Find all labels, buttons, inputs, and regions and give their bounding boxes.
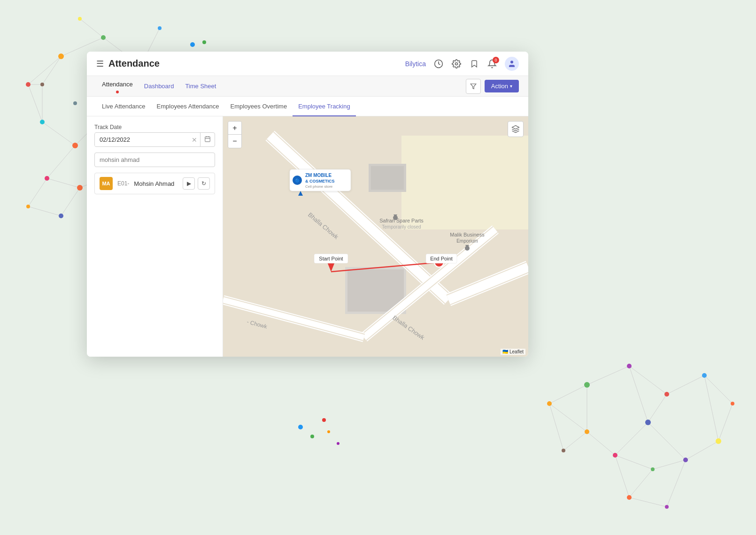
svg-point-26	[40, 120, 45, 124]
tab-employee-tracking[interactable]: Employee Tracking	[293, 97, 356, 116]
svg-point-71	[645, 420, 651, 425]
clock-icon[interactable]	[433, 59, 444, 69]
date-clear-button[interactable]: ✕	[189, 133, 200, 146]
svg-point-83	[455, 62, 458, 65]
employee-search-input[interactable]	[94, 153, 215, 167]
svg-text:- Chowk: - Chowk	[246, 318, 268, 330]
svg-line-53	[704, 375, 718, 441]
svg-marker-85	[471, 84, 476, 89]
svg-point-30	[45, 176, 49, 181]
employee-name: Mohsin Ahmad	[134, 180, 178, 187]
svg-line-17	[42, 56, 61, 84]
svg-line-40	[667, 375, 704, 394]
svg-line-12	[28, 206, 61, 216]
svg-text:Malik Business: Malik Business	[450, 232, 485, 237]
svg-line-46	[587, 432, 615, 455]
svg-point-78	[310, 435, 314, 438]
tab-employees-attendance[interactable]: Employees Attendance	[151, 97, 225, 116]
svg-line-0	[28, 56, 61, 84]
svg-line-54	[629, 469, 653, 497]
employee-actions: ▶ ↻	[183, 177, 210, 190]
svg-line-44	[653, 460, 686, 469]
app-window: ☰ Attendance Bilytica	[87, 52, 528, 357]
svg-point-73	[665, 505, 669, 509]
svg-text:Safran Spare Parts: Safran Spare Parts	[379, 218, 424, 223]
svg-marker-99	[327, 262, 335, 272]
avatar[interactable]	[505, 57, 519, 71]
svg-text:ZM MOBILE: ZM MOBILE	[305, 173, 332, 178]
svg-point-76	[202, 40, 206, 44]
svg-line-6	[42, 122, 75, 145]
svg-point-61	[584, 382, 590, 388]
employee-play-button[interactable]: ▶	[183, 177, 195, 190]
svg-point-80	[322, 418, 326, 422]
tab-live-attendance[interactable]: Live Attendance	[96, 97, 151, 116]
svg-point-74	[562, 449, 565, 452]
svg-point-65	[731, 402, 734, 405]
nav-indicator	[116, 91, 119, 93]
map-area[interactable]: Bhalla Chowk Bhalla Chowk - Chowk Start …	[223, 116, 528, 357]
svg-text:Emporium: Emporium	[456, 238, 478, 244]
map-svg: Bhalla Chowk Bhalla Chowk - Chowk Start …	[223, 116, 528, 357]
map-layer-button[interactable]	[508, 121, 524, 137]
svg-point-63	[664, 392, 669, 397]
zoom-out-button[interactable]: −	[228, 135, 241, 148]
employee-id: E01-	[117, 180, 129, 187]
svg-line-43	[686, 441, 718, 460]
svg-line-13	[61, 188, 80, 216]
svg-line-51	[648, 394, 667, 422]
date-calendar-button[interactable]	[200, 133, 215, 146]
svg-line-14	[47, 178, 80, 188]
svg-text:Temporarily closed: Temporarily closed	[382, 224, 421, 229]
bell-icon[interactable]: 0	[487, 59, 497, 69]
svg-point-79	[327, 430, 330, 433]
svg-line-49	[648, 422, 686, 460]
zoom-in-button[interactable]: +	[228, 122, 241, 135]
svg-line-37	[549, 385, 587, 404]
nav-tab-attendance[interactable]: Attendance	[96, 79, 139, 90]
svg-text:End Point: End Point	[430, 256, 453, 261]
track-date-section: Track Date ✕	[94, 124, 215, 147]
notification-count: 0	[493, 57, 499, 63]
employee-refresh-button[interactable]: ↻	[198, 177, 210, 190]
leaflet-attribution[interactable]: 🇺🇦 Leaflet	[501, 349, 525, 355]
svg-point-25	[78, 17, 82, 21]
search-section	[94, 153, 215, 167]
svg-point-27	[72, 143, 78, 148]
svg-line-52	[615, 422, 648, 455]
svg-line-10	[47, 145, 75, 178]
content-tabs: Live Attendance Employees Attendance Emp…	[87, 97, 528, 116]
filter-button[interactable]	[466, 79, 481, 94]
svg-text:Start Point: Start Point	[319, 256, 343, 261]
left-panel: Track Date ✕	[87, 116, 223, 357]
svg-point-35	[40, 83, 44, 86]
svg-point-33	[77, 185, 83, 191]
svg-point-22	[101, 35, 106, 40]
header-right: Bilytica	[405, 57, 519, 71]
svg-point-62	[627, 364, 632, 368]
svg-rect-86	[205, 137, 210, 142]
gear-icon[interactable]	[451, 59, 462, 69]
hamburger-icon[interactable]: ☰	[96, 59, 104, 69]
action-button[interactable]: Action ▾	[485, 80, 519, 92]
svg-text:Bhalla Chowk: Bhalla Chowk	[391, 314, 426, 341]
brand-label[interactable]: Bilytica	[405, 60, 426, 68]
nav-tab-dashboard[interactable]: Dashboard	[139, 81, 180, 92]
svg-point-36	[73, 101, 77, 105]
tab-employees-overtime[interactable]: Employees Overtime	[225, 97, 293, 116]
date-input[interactable]	[95, 133, 189, 146]
svg-marker-120	[512, 126, 519, 130]
svg-line-48	[629, 366, 648, 422]
svg-text:Cell phone store: Cell phone store	[305, 184, 333, 189]
nav-tab-timesheet[interactable]: Time Sheet	[179, 81, 222, 92]
svg-point-75	[190, 42, 195, 47]
bookmark-icon[interactable]	[469, 59, 479, 69]
svg-line-38	[587, 366, 629, 385]
app-title: Attendance	[108, 58, 405, 69]
svg-line-5	[28, 84, 42, 122]
nav-right-actions: Action ▾	[466, 79, 519, 94]
svg-text:Bhalla Chowk: Bhalla Chowk	[307, 211, 340, 241]
employee-list-item[interactable]: MA E01- Mohsin Ahmad ▶ ↻	[94, 173, 215, 194]
svg-point-20	[26, 82, 31, 87]
svg-point-72	[627, 495, 632, 500]
